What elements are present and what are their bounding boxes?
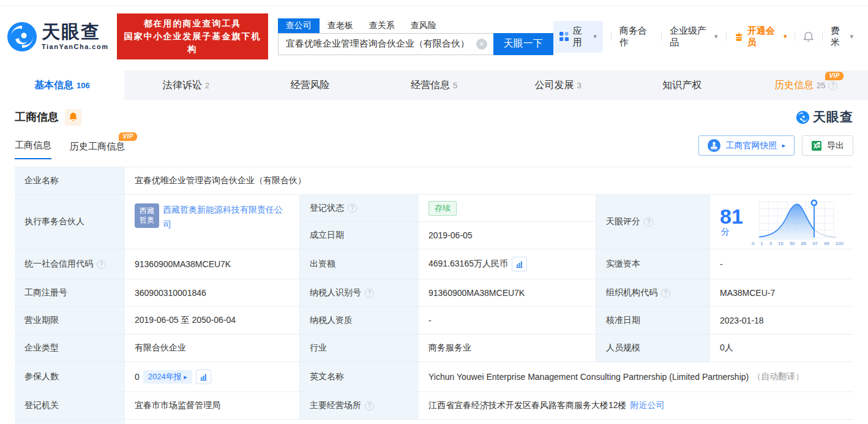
- taxpayer-id-value: 91360900MA38MCEU7K: [419, 279, 596, 306]
- tianyancha-logo[interactable]: 天眼查 TianYanCha.com: [6, 21, 108, 53]
- tab-label: 基本信息: [34, 79, 73, 92]
- search-box: ×: [278, 33, 493, 55]
- capital-trend-icon[interactable]: [512, 257, 527, 271]
- registration-number-value: 360900310001846: [125, 279, 300, 306]
- tianyan-score-cell[interactable]: 81分: [710, 195, 853, 249]
- tab-label: 历史信息: [774, 79, 814, 92]
- business-term-value: 2019-06-05 至 2050-06-04: [125, 307, 300, 334]
- annual-report-badge[interactable]: 2024年报 ▸: [143, 370, 192, 384]
- partner-company-link[interactable]: 西藏哲奥新能源科技有限责任公司: [163, 202, 290, 232]
- partner-logo-line1: 西藏: [140, 206, 154, 216]
- nav-open-vip[interactable]: 开通会员 ▾: [734, 25, 787, 48]
- tab-business-info[interactable]: 经营信息 5: [372, 70, 496, 100]
- help-icon[interactable]: ?: [661, 289, 670, 298]
- main-site-value: 江西省宜春经济技术开发区春风路客商服务大楼12楼: [428, 400, 627, 411]
- section-header: 工商信息 天眼查: [15, 108, 853, 126]
- field-label: 天眼评分: [606, 216, 640, 227]
- apps-menu[interactable]: 应用 ▾: [553, 21, 603, 53]
- tianyancha-swirl-icon: [6, 21, 38, 53]
- field-label-group: 经营范围 ?: [15, 420, 125, 424]
- nav-divider: [822, 32, 823, 41]
- vip-badge: VIP: [825, 72, 844, 80]
- field-label: 人员规模: [596, 335, 710, 362]
- field-label-group: 统一社会信用代码 ?: [15, 249, 125, 279]
- org-code-value: MA38MCEU-7: [710, 279, 853, 306]
- search-tab-boss[interactable]: 查老板: [320, 18, 361, 33]
- credit-code-value: 91360900MA38MCEU7K: [125, 249, 300, 279]
- subscribe-bell-button[interactable]: [65, 109, 81, 126]
- field-label-group: 组织机构代码 ?: [596, 279, 710, 306]
- bar-chart-icon: [515, 260, 523, 268]
- nav-divider: [661, 32, 662, 41]
- tab-label: 知识产权: [662, 79, 702, 92]
- registration-status-cell: 存续: [419, 195, 596, 222]
- search-tab-relation[interactable]: 查关系: [361, 18, 403, 33]
- search-tab-company[interactable]: 查公司: [278, 18, 320, 33]
- nav-divider: [611, 32, 612, 41]
- table-row: 登记机关 宜春市市场监督管理局 主要经营场所 ? 江西省宜春经济技术开发区春风路…: [15, 392, 853, 420]
- tab-company-development[interactable]: 公司发展 3: [496, 70, 620, 100]
- table-row: 企业类型 有限合伙企业 行业 商务服务业 人员规模 0人: [15, 335, 853, 362]
- field-label: 执行事务合伙人: [15, 195, 125, 249]
- nav-user-menu[interactable]: 费米 ▾: [831, 25, 853, 48]
- clear-search-icon[interactable]: ×: [476, 39, 487, 50]
- score-axis-labels: 01 315 5085 9799 100: [752, 241, 844, 246]
- search-input[interactable]: [278, 33, 493, 55]
- tab-label: 经营信息: [411, 79, 450, 92]
- tab-count: 106: [77, 81, 90, 90]
- search-button[interactable]: 天眼一下: [493, 33, 553, 55]
- main-content: 工商信息 天眼查 工商信息 VIP 历史工商信息: [0, 100, 868, 424]
- tab-count: 25: [817, 81, 825, 90]
- tab-history-info[interactable]: VIP 历史信息 25 ?: [744, 70, 868, 100]
- tab-basic-info[interactable]: 基本信息 106: [0, 70, 124, 100]
- nav-cooperation[interactable]: 商务合作: [619, 25, 653, 48]
- partner-logo-line2: 哲奥: [140, 216, 154, 225]
- field-label: 主要经营场所: [310, 400, 361, 411]
- help-icon[interactable]: ?: [365, 289, 374, 298]
- notification-bell-icon[interactable]: [803, 31, 814, 43]
- tab-business-risk[interactable]: 经营风险: [248, 70, 372, 100]
- help-icon[interactable]: ?: [365, 401, 374, 411]
- promo-line-1: 都在用的商业查询工具: [123, 17, 261, 30]
- approval-date-value: 2023-01-18: [710, 307, 853, 334]
- crown-icon: [734, 31, 744, 42]
- open-vip-label: 开通会员: [747, 25, 780, 48]
- official-snapshot-button[interactable]: 工商官网快照 ▸: [698, 135, 795, 156]
- chevron-down-icon: ▾: [593, 32, 597, 40]
- chevron-down-icon: ▾: [850, 32, 853, 40]
- export-button[interactable]: 导出: [802, 135, 853, 156]
- insured-trend-icon[interactable]: [196, 369, 211, 384]
- export-label: 导出: [827, 140, 844, 151]
- help-icon[interactable]: ?: [97, 260, 106, 269]
- tab-intellectual-property[interactable]: 知识产权: [620, 70, 744, 100]
- tab-legal-litigation[interactable]: 法律诉讼 2: [124, 70, 249, 100]
- field-label: 参保人数: [15, 362, 125, 392]
- excel-icon: [811, 140, 822, 151]
- help-icon[interactable]: ?: [644, 218, 653, 227]
- arrow-right-icon: ▸: [184, 373, 187, 380]
- field-label: 工商注册号: [15, 279, 125, 306]
- promo-banner: 都在用的商业查询工具 国家中小企业发展子基金旗下机构: [117, 13, 268, 59]
- field-label: 统一社会信用代码: [24, 259, 93, 270]
- subtab-label: 历史工商信息: [70, 141, 125, 151]
- help-icon[interactable]: ?: [348, 203, 357, 213]
- tab-label: 公司发展: [534, 79, 574, 92]
- subtab-business-registration[interactable]: 工商信息: [15, 140, 51, 159]
- field-label: 核准日期: [596, 307, 710, 334]
- field-label-group: 天眼评分 ?: [596, 195, 710, 249]
- nav-enterprise-products[interactable]: 企业级产品 ▾: [670, 25, 718, 48]
- section-title: 工商信息: [15, 110, 59, 124]
- score-distribution-chart: 01 315 5085 9799 100: [752, 197, 844, 246]
- subtab-history-registration[interactable]: VIP 历史工商信息: [70, 141, 125, 159]
- help-icon[interactable]: ?: [828, 81, 837, 90]
- search-tab-risk[interactable]: 查风险: [403, 18, 444, 33]
- nearby-companies-link[interactable]: 附近公司: [630, 400, 665, 411]
- company-type-value: 有限合伙企业: [125, 335, 300, 362]
- top-navbar: 天眼查 TianYanCha.com 都在用的商业查询工具 国家中小企业发展子基…: [0, 6, 868, 68]
- capital-value: 4691.63165万人民币: [428, 259, 508, 270]
- partner-logo[interactable]: 西藏 哲奥: [135, 203, 159, 228]
- logo-text: 天眼查 TianYanCha.com: [42, 23, 108, 50]
- snapshot-label: 工商官网快照: [725, 140, 777, 151]
- field-label-group: 纳税人识别号 ?: [300, 279, 419, 306]
- watermark-brand-text: 天眼查: [813, 108, 853, 126]
